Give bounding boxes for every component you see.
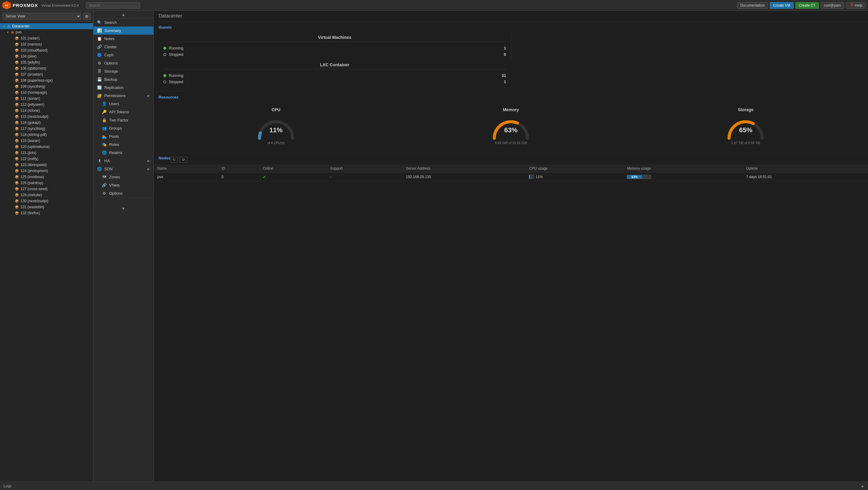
cpu-detail: of 4 CPU(s) [267,141,284,145]
table-row[interactable]: pve 0 ✔ - 192.168.29.135 11% [154,173,868,181]
list-item[interactable]: 📦131 (wastebin) [0,204,93,210]
nav-items: 🔍Search📊Summary📋Notes🔗Cluster🔵Ceph⚙Optio… [93,19,153,197]
list-item[interactable]: 📦115 (nextcloudpi) [0,114,93,120]
list-item[interactable]: 📦117 (syncthing) [0,126,93,132]
lxc-running-label: Running [169,73,497,78]
nav-item-notes[interactable]: 📋Notes [93,35,153,43]
nodes-settings-button[interactable]: ⚙ [180,157,187,163]
sdn-icon: 🌐 [97,167,102,171]
list-item[interactable]: 📦116 (gokapi) [0,120,93,126]
list-item[interactable]: 📦108 (paperless-ngx) [0,78,93,84]
nav-item-options[interactable]: ⚙Options [93,59,153,67]
list-item[interactable]: 📦120 (uptimekuma) [0,144,93,150]
nav-label-cluster: Cluster [104,44,117,49]
list-item[interactable]: 📦124 (photoprism) [0,168,93,174]
list-item[interactable]: 📦129 (metube) [0,192,93,198]
nav-item-ha[interactable]: ⬆HA▶ [93,157,153,165]
nav-item-api-tokens[interactable]: 🔑API Tokens [93,108,153,116]
nav-item-sdn-options[interactable]: ⚙Options [93,189,153,197]
nav-item-vnets[interactable]: 🔗VNets [93,181,153,189]
sidebar-config-button[interactable]: ⚙ [83,13,91,20]
create-ct-button[interactable]: Create CT [795,2,818,9]
list-item[interactable]: 📦118 (stirling-pdf) [0,132,93,138]
api-tokens-icon: 🔑 [102,110,107,114]
search-input[interactable] [86,2,140,9]
ct-icon: 📦 [14,192,19,197]
list-item[interactable]: 📦126 (pairdrop) [0,180,93,186]
nav-label-sdn-options: Options [109,191,123,195]
nav-item-replication[interactable]: 🔄Replication [93,84,153,92]
logs-label[interactable]: Logs [4,484,11,488]
search-icon: 🔍 [97,20,102,25]
bottom-expand-button[interactable]: ▲ [861,484,864,488]
list-item[interactable]: 📦122 (zotify) [0,156,93,162]
vm-stopped-label: Stopped [169,52,497,57]
server-view-select[interactable]: Server View [2,13,81,20]
list-item[interactable]: 📦130 (nextcloudpi) [0,198,93,204]
tree-item-pve[interactable]: ▼ 🖥 pve [0,29,93,35]
nav-item-ceph[interactable]: 🔵Ceph [93,51,153,59]
nav-item-backup[interactable]: 💾Backup [93,75,153,84]
list-item[interactable]: 📦132 (firefox) [0,210,93,216]
nav-item-pools[interactable]: 🏊Pools [93,132,153,141]
nav-item-zones[interactable]: 🗺Zones [93,173,153,181]
vm-stopped-row: Stopped 0 [163,51,506,58]
list-item[interactable]: 📦111 (sonarr) [0,95,93,101]
node-cpu-cell: 11% [525,173,623,181]
list-item[interactable]: 📦114 (rclone) [0,108,93,114]
user-button[interactable]: root@pam [821,2,844,9]
nav-expand-sdn: ▶ [147,167,150,171]
nav-label-storage: Storage [104,69,118,73]
pools-icon: 🏊 [102,134,107,139]
nav-item-permissions[interactable]: 🔐Permissions▶ [93,92,153,100]
content: Datacenter Guests Virtual Machines Runni… [154,11,868,482]
nodes-refresh-button[interactable]: ↻ [170,157,178,163]
lxc-running-dot [163,74,166,77]
documentation-button[interactable]: Documentation [737,2,768,9]
nav-label-sdn: SDN [104,167,113,171]
list-item[interactable]: 📦125 (invidious) [0,174,93,180]
storage-gauge: 65% [724,116,767,140]
nav-item-cluster[interactable]: 🔗Cluster [93,43,153,51]
nav-item-summary[interactable]: 📊Summary [93,27,153,35]
ct-icon: 📦 [14,42,19,47]
nav-label-summary: Summary [104,28,121,33]
datacenter-icon: 🖧 [6,24,11,29]
help-button[interactable]: ❓ Help [846,2,866,9]
nav-label-options: Options [104,61,118,65]
nav-item-roles[interactable]: 🎭Roles [93,141,153,149]
list-item[interactable]: 📦109 (syncthing) [0,84,93,90]
list-item[interactable]: 📦102 (memos) [0,41,93,47]
list-item[interactable]: 📦105 (jellyfin) [0,59,93,65]
nav-item-users[interactable]: 👤Users [93,100,153,108]
create-vm-button[interactable]: Create VM [770,2,794,9]
list-item[interactable]: 📦106 (qbittorrent) [0,65,93,71]
list-item[interactable]: 📦101 (radarr) [0,35,93,41]
online-check-icon: ✔ [263,175,267,179]
list-item[interactable]: 📦123 (librespeed) [0,162,93,168]
memory-detail: 9.83 GiB of 15.51 GiB [495,141,527,145]
vnets-icon: 🔗 [102,183,107,187]
nodes-section: Nodes ↻ ⚙ Name ID Online Support Server … [154,153,868,181]
list-item[interactable]: 📦112 (jellyseerr) [0,101,93,108]
list-item[interactable]: 📦127 (cross-seed) [0,186,93,192]
lxc-stopped-value: 1 [497,80,506,84]
list-item[interactable]: 📦110 (homepage) [0,90,93,95]
nav-item-sdn[interactable]: 🌐SDN▶ [93,165,153,173]
nav-item-storage[interactable]: 🗄Storage [93,67,153,75]
list-item[interactable]: 📦107 (prowlarr) [0,71,93,78]
list-item[interactable]: 📦121 (jiotv) [0,150,93,156]
nav-label-permissions: Permissions [104,93,126,98]
tree-item-datacenter[interactable]: ▼ 🖧 Datacenter [0,23,93,29]
zones-icon: 🗺 [102,175,107,179]
nav-item-groups[interactable]: 👥Groups [93,124,153,132]
list-item[interactable]: 📦119 (bazarr) [0,138,93,144]
list-item[interactable]: 📦104 (plex) [0,53,93,59]
nav-item-search[interactable]: 🔍Search [93,19,153,27]
app-name: PROXMOX [13,3,38,8]
ct-icon: 📦 [14,211,19,215]
nav-item-two-factor[interactable]: 🔒Two Factor [93,116,153,124]
nav-item-realms[interactable]: 🌐Realms [93,149,153,157]
nodes-col-uptime: Uptime [743,164,868,173]
list-item[interactable]: 📦103 (cloudflared) [0,47,93,53]
